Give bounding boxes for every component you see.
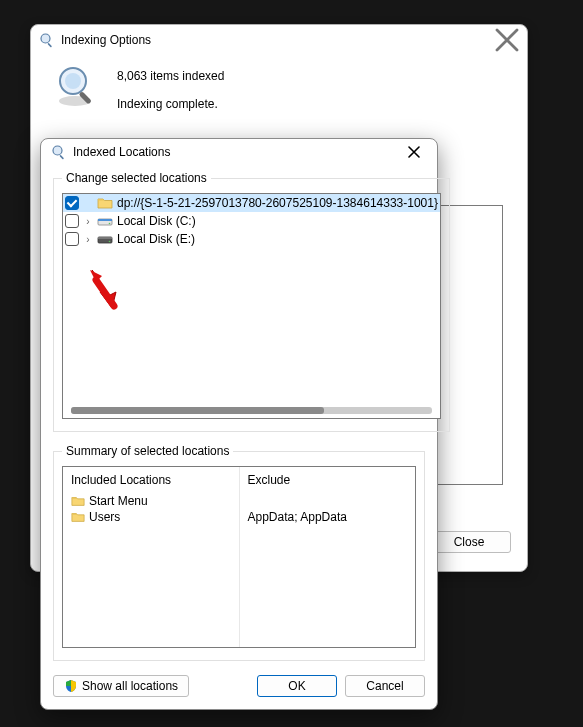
indexing-options-title: Indexing Options — [61, 33, 151, 47]
svg-rect-1 — [47, 43, 52, 48]
drive-icon — [97, 231, 113, 247]
tree-checkbox[interactable] — [65, 214, 79, 228]
folder-icon — [71, 494, 85, 508]
magnifier-large-icon — [53, 63, 101, 111]
summary-table: Included Locations Start MenuUsers Exclu… — [62, 466, 416, 648]
tree-row-label: Local Disk (E:) — [117, 232, 195, 246]
indexing-status-text: Indexing complete. — [117, 97, 224, 111]
change-locations-legend: Change selected locations — [62, 171, 211, 185]
tree-checkbox[interactable] — [65, 232, 79, 246]
summary-legend: Summary of selected locations — [62, 444, 233, 458]
dialog-button-row: Show all locations OK Cancel — [41, 669, 437, 709]
excluded-header: Exclude — [248, 473, 408, 487]
svg-point-6 — [53, 146, 62, 155]
folder-icon — [71, 510, 85, 524]
included-location-label: Users — [89, 510, 120, 524]
excluded-location-row — [248, 493, 408, 509]
expander-icon[interactable]: › — [83, 234, 93, 245]
svg-rect-12 — [98, 237, 112, 239]
change-locations-group: Change selected locations dp://{S-1-5-21… — [53, 171, 450, 432]
indexing-options-close-button[interactable] — [495, 28, 519, 52]
tree-row-label: dp://{S-1-5-21-2597013780-2607525109-138… — [117, 196, 438, 210]
magnifier-icon — [51, 144, 67, 160]
svg-point-10 — [109, 223, 111, 225]
svg-rect-7 — [59, 155, 64, 160]
cancel-button[interactable]: Cancel — [345, 675, 425, 697]
tree-row[interactable]: dp://{S-1-5-21-2597013780-2607525109-138… — [63, 194, 440, 212]
excluded-location-row: AppData; AppData — [248, 509, 408, 525]
indexing-options-body: 8,063 items indexed Indexing complete. — [31, 55, 527, 135]
svg-rect-9 — [98, 219, 112, 221]
included-location-row[interactable]: Users — [71, 509, 231, 525]
magnifier-icon — [39, 32, 55, 48]
expander-icon[interactable]: › — [83, 216, 93, 227]
indexing-options-titlebar: Indexing Options — [31, 25, 527, 55]
summary-group: Summary of selected locations Included L… — [53, 444, 425, 661]
tree-row[interactable]: ›Local Disk (C:) — [63, 212, 440, 230]
ok-button[interactable]: OK — [257, 675, 337, 697]
indexed-locations-titlebar: Indexed Locations — [41, 139, 437, 165]
included-header: Included Locations — [71, 473, 231, 487]
included-location-label: Start Menu — [89, 494, 148, 508]
indexed-locations-dialog: Indexed Locations Change selected locati… — [40, 138, 438, 710]
excluded-location-label: AppData; AppData — [248, 510, 347, 524]
excluded-column: Exclude AppData; AppData — [240, 467, 416, 647]
show-all-locations-button[interactable]: Show all locations — [53, 675, 189, 697]
indexed-locations-title: Indexed Locations — [73, 145, 170, 159]
folder-icon — [97, 195, 113, 211]
indexed-locations-close-button[interactable] — [401, 139, 427, 165]
svg-point-4 — [65, 73, 81, 89]
tree-row[interactable]: ›Local Disk (E:) — [63, 230, 440, 248]
tree-row-label: Local Disk (C:) — [117, 214, 196, 228]
included-column: Included Locations Start MenuUsers — [63, 467, 240, 647]
drive-icon — [97, 213, 113, 229]
show-all-locations-label: Show all locations — [82, 679, 178, 693]
close-button[interactable]: Close — [427, 531, 511, 553]
items-indexed-text: 8,063 items indexed — [117, 69, 224, 83]
shield-icon — [64, 679, 78, 693]
locations-tree[interactable]: dp://{S-1-5-21-2597013780-2607525109-138… — [62, 193, 441, 419]
svg-point-13 — [109, 241, 111, 243]
included-location-row[interactable]: Start Menu — [71, 493, 231, 509]
svg-point-0 — [41, 34, 50, 43]
horizontal-scrollbar[interactable] — [71, 407, 432, 414]
tree-checkbox[interactable] — [65, 196, 79, 210]
